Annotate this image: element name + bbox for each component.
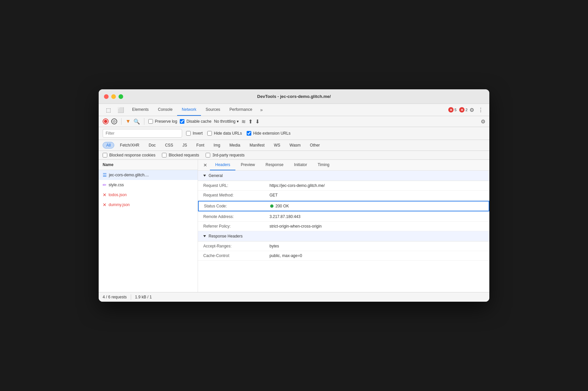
remote-value: 3.217.87.180:443	[270, 214, 484, 219]
error-circle-icon-1: ✕	[103, 202, 107, 207]
general-section-header: General	[198, 171, 489, 181]
toolbar-divider-2	[144, 118, 144, 125]
response-collapse-icon	[203, 235, 206, 237]
third-party-checkbox[interactable]: 3rd-party requests	[206, 153, 244, 157]
file-item-3[interactable]: ✕ dummy.json	[99, 200, 198, 210]
details-tab-timing[interactable]: Timing	[312, 160, 335, 170]
invert-label: Invert	[193, 131, 203, 136]
type-btn-wasm[interactable]: Wasm	[286, 142, 305, 149]
title-bar: DevTools - jec-cors-demo.glitch.me/	[99, 89, 489, 104]
type-btn-font[interactable]: Font	[193, 142, 208, 149]
blocked-requests-label: Blocked requests	[169, 153, 199, 157]
clear-icon: ⊘	[113, 119, 116, 124]
minimize-button[interactable]	[111, 94, 116, 99]
type-btn-other[interactable]: Other	[306, 142, 323, 149]
type-btn-ws[interactable]: WS	[270, 142, 284, 149]
file-name-3: dummy.json	[109, 202, 130, 207]
accept-ranges-label: Accept-Ranges:	[203, 244, 270, 248]
details-tab-response[interactable]: Response	[260, 160, 289, 170]
file-name-2: todos.json	[109, 193, 127, 197]
details-panel: ✕ Headers Preview Response Initiator Tim…	[198, 160, 489, 292]
clear-button[interactable]: ⊘	[111, 118, 117, 124]
type-btn-img[interactable]: Img	[210, 142, 224, 149]
method-label: Request Method:	[203, 193, 270, 197]
detail-row-cache-control: Cache-Control: public, max-age=0	[198, 251, 489, 261]
tab-network[interactable]: Network	[177, 104, 201, 116]
record-button[interactable]	[103, 118, 109, 124]
more-options-icon[interactable]: ⋮	[476, 104, 485, 116]
main-tab-bar: ⬚ ⬜ Elements Console Network Sources Per…	[99, 104, 489, 116]
referrer-value: strict-origin-when-cross-origin	[270, 224, 484, 229]
detail-row-remote: Remote Address: 3.217.87.180:443	[198, 212, 489, 222]
file-item-0[interactable]: ☰ jec-cors-demo.glitch....	[99, 170, 198, 180]
file-item-2[interactable]: ✕ todos.json	[99, 190, 198, 200]
upload-icon[interactable]: ⬆	[248, 118, 253, 125]
maximize-button[interactable]	[119, 94, 123, 99]
blocked-cookies-input[interactable]	[103, 153, 107, 157]
main-content: Name ☰ jec-cors-demo.glitch.... ✏ style.…	[99, 160, 489, 292]
invert-input[interactable]	[186, 131, 191, 136]
preserve-log-input[interactable]	[148, 119, 153, 124]
file-item-1[interactable]: ✏ style.css	[99, 180, 198, 190]
detail-row-url: Request URL: https://jec-cors-demo.glitc…	[198, 181, 489, 191]
details-tab-headers[interactable]: Headers	[210, 160, 235, 170]
settings-gear-icon[interactable]: ⚙	[467, 104, 476, 116]
toolbar-divider	[121, 118, 122, 125]
blocked-requests-input[interactable]	[162, 153, 167, 157]
disable-cache-checkbox[interactable]: Disable cache	[180, 119, 211, 124]
type-btn-manifest[interactable]: Manifest	[246, 142, 268, 149]
filter-icon[interactable]: ▼	[125, 118, 131, 124]
details-tab-preview[interactable]: Preview	[235, 160, 260, 170]
hide-extension-urls-input[interactable]	[247, 131, 251, 136]
url-label: Request URL:	[203, 183, 270, 188]
css-icon: ✏	[103, 182, 107, 188]
hide-data-urls-checkbox[interactable]: Hide data URLs	[207, 131, 242, 136]
hide-extension-urls-checkbox[interactable]: Hide extension URLs	[247, 131, 291, 136]
type-btn-fetch-xhr[interactable]: Fetch/XHR	[116, 142, 143, 149]
tab-sources[interactable]: Sources	[201, 104, 225, 116]
type-btn-doc[interactable]: Doc	[145, 142, 159, 149]
footer-requests: 4 / 6 requests	[103, 295, 127, 299]
url-value: https://jec-cors-demo.glitch.me/	[270, 183, 484, 188]
warning-icon: ✕	[459, 107, 465, 112]
network-toolbar: ⊘ ▼ 🔍 Preserve log Disable cache No thro…	[99, 116, 489, 127]
traffic-lights	[104, 94, 123, 99]
file-list: Name ☰ jec-cors-demo.glitch.... ✏ style.…	[99, 160, 198, 292]
footer-size: 1.9 kB / 1	[135, 295, 152, 299]
tab-console[interactable]: Console	[153, 104, 177, 116]
close-button[interactable]	[104, 94, 109, 99]
details-tab-initiator[interactable]: Initiator	[289, 160, 312, 170]
third-party-input[interactable]	[206, 153, 210, 157]
invert-checkbox[interactable]: Invert	[186, 131, 203, 136]
tab-elements[interactable]: Elements	[127, 104, 153, 116]
type-btn-css[interactable]: CSS	[161, 142, 177, 149]
filter-input[interactable]	[103, 129, 182, 138]
cursor-icon[interactable]: ⬚	[103, 104, 114, 116]
type-btn-media[interactable]: Media	[226, 142, 244, 149]
device-icon[interactable]: ⬜	[114, 104, 127, 116]
details-close-button[interactable]: ✕	[201, 160, 210, 170]
throttle-label: No throttling	[214, 119, 236, 124]
remote-label: Remote Address:	[203, 214, 270, 219]
blocked-cookies-checkbox[interactable]: Blocked response cookies	[103, 153, 155, 157]
preserve-log-checkbox[interactable]: Preserve log	[148, 119, 177, 124]
type-btn-all[interactable]: All	[103, 142, 114, 149]
tab-performance[interactable]: Performance	[225, 104, 257, 116]
disable-cache-input[interactable]	[180, 119, 184, 124]
download-icon[interactable]: ⬇	[255, 118, 260, 125]
hide-data-urls-input[interactable]	[207, 131, 212, 136]
response-headers-label: Response Headers	[209, 234, 243, 239]
file-list-header: Name	[99, 160, 198, 170]
blocked-cookies-label: Blocked response cookies	[109, 153, 155, 157]
referrer-label: Referrer Policy:	[203, 224, 270, 229]
error-badge[interactable]: ✕ 5	[448, 107, 457, 112]
file-name-1: style.css	[109, 183, 124, 187]
throttle-select[interactable]: No throttling ▾	[214, 119, 239, 124]
cache-control-label: Cache-Control:	[203, 253, 270, 258]
more-tabs-button[interactable]: »	[257, 105, 266, 115]
network-settings-icon[interactable]: ⚙	[481, 118, 485, 125]
type-btn-js[interactable]: JS	[179, 142, 191, 149]
warning-badge[interactable]: ✕ 2	[459, 107, 467, 112]
search-icon[interactable]: 🔍	[133, 118, 140, 125]
blocked-requests-checkbox[interactable]: Blocked requests	[162, 153, 199, 157]
